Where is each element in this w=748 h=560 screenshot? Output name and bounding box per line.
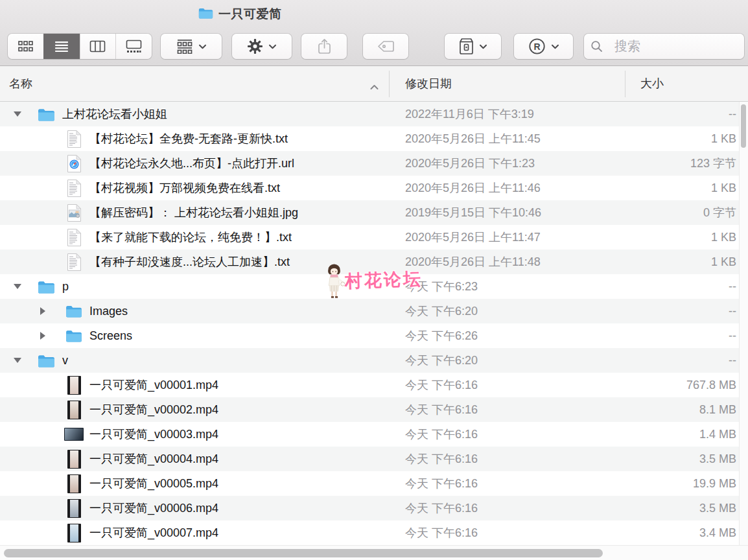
finder-window: 一只可爱简 — [0, 0, 748, 560]
file-date: 今天 下午6:16 — [405, 520, 478, 545]
text-file-icon — [64, 126, 84, 151]
file-row[interactable]: 一只可爱简_v00006.mp4今天 下午6:163.5 MB — [0, 496, 739, 520]
text-file-icon — [64, 225, 84, 250]
column-header-size[interactable]: 大小 — [640, 66, 664, 102]
file-date: 今天 下午6:16 — [405, 447, 478, 471]
horizontal-scrollbar-thumb[interactable] — [4, 549, 603, 557]
column-separator — [625, 71, 625, 97]
file-date: 2022年11月6日 下午3:19 — [405, 102, 534, 126]
tag-icon — [377, 40, 395, 53]
file-size: 3.4 MB — [699, 520, 736, 545]
file-row[interactable]: v今天 下午6:20-- — [0, 348, 739, 373]
file-name: 【村花论坛永久地...布页】-点此打开.url — [89, 151, 294, 176]
disclosure-down-icon[interactable] — [14, 111, 21, 117]
file-row[interactable]: 【村花论坛永久地...布页】-点此打开.url2020年5月26日 下午1:23… — [0, 151, 739, 176]
share-button[interactable] — [301, 34, 347, 59]
file-row[interactable]: Screens今天 下午6:26-- — [0, 323, 739, 348]
file-row[interactable]: 【解压密码】： 上村花论坛看小姐姐.jpg2019年5月15日 下午10:460… — [0, 200, 739, 225]
group-button[interactable] — [161, 34, 222, 59]
file-size: -- — [729, 323, 736, 348]
view-columns-button[interactable] — [80, 34, 116, 59]
file-row[interactable]: 一只可爱简_v00002.mp4今天 下午6:168.1 MB — [0, 397, 739, 422]
file-date: 今天 下午6:20 — [405, 299, 478, 323]
file-row[interactable]: 一只可爱简_v00003.mp4今天 下午6:161.4 MB — [0, 422, 739, 447]
file-row[interactable]: 【来了就能下载的论坛，纯免费！】.txt2020年5月26日 上午11:471 … — [0, 225, 739, 250]
grid-view-icon — [18, 40, 34, 53]
file-row[interactable]: 【村花论坛】全免费-无套路-更新快.txt2020年5月26日 上午11:451… — [0, 126, 739, 151]
disclosure-right-icon[interactable] — [40, 307, 45, 315]
list-view-icon — [54, 40, 69, 53]
view-switcher — [8, 34, 152, 59]
file-row[interactable]: 上村花论坛看小姐姐2022年11月6日 下午3:19-- — [0, 102, 739, 126]
horizontal-scrollbar-track[interactable] — [0, 545, 748, 560]
view-list-button[interactable] — [43, 34, 80, 59]
file-row[interactable]: 一只可爱简_v00001.mp4今天 下午6:16767.8 MB — [0, 373, 739, 397]
file-name: 一只可爱简_v00005.mp4 — [89, 471, 218, 496]
file-date: 今天 下午6:23 — [405, 274, 478, 299]
file-row[interactable]: 一只可爱简_v00007.mp4今天 下午6:163.4 MB — [0, 520, 739, 545]
action-button[interactable] — [232, 34, 292, 59]
file-row[interactable]: 一只可爱简_v00004.mp4今天 下午6:163.5 MB — [0, 447, 739, 471]
file-size: 1 KB — [711, 225, 736, 250]
window-title: 一只可爱简 — [218, 6, 282, 23]
folder-icon — [36, 274, 56, 299]
video-thumbnail — [64, 520, 84, 545]
file-date: 今天 下午6:26 — [405, 323, 478, 348]
file-date: 2020年5月26日 下午1:23 — [405, 151, 535, 176]
text-file-icon — [64, 176, 84, 200]
column-header-name[interactable]: 名称 — [9, 66, 32, 102]
text-file-icon — [64, 250, 84, 274]
file-size: 0 字节 — [703, 200, 736, 225]
file-name: p — [62, 274, 69, 299]
chevron-down-icon — [198, 44, 207, 49]
folder-icon — [64, 323, 84, 348]
window-title-group: 一只可爱简 — [198, 6, 282, 23]
disclosure-right-icon[interactable] — [40, 332, 45, 340]
search-input[interactable] — [613, 38, 732, 54]
view-gallery-button[interactable] — [115, 34, 152, 59]
archive-box-icon — [459, 38, 474, 55]
file-size: 767.8 MB — [686, 373, 736, 397]
search-field — [584, 34, 744, 59]
file-name: 【村花论坛】全免费-无套路-更新快.txt — [89, 126, 288, 151]
file-date: 今天 下午6:20 — [405, 348, 478, 373]
file-date: 今天 下午6:16 — [405, 397, 478, 422]
file-name: 一只可爱简_v00007.mp4 — [89, 520, 218, 545]
file-name: 一只可爱简_v00003.mp4 — [89, 422, 218, 447]
disclosure-down-icon[interactable] — [14, 284, 21, 289]
file-date: 今天 下午6:16 — [405, 471, 478, 496]
file-size: 1 KB — [711, 126, 736, 151]
file-row[interactable]: 一只可爱简_v00005.mp4今天 下午6:1619.9 MB — [0, 471, 739, 496]
unarchive-button[interactable] — [445, 34, 501, 59]
file-name: 上村花论坛看小姐姐 — [62, 102, 167, 126]
vertical-scrollbar-thumb[interactable] — [741, 104, 746, 148]
folder-icon — [64, 299, 84, 323]
file-name: 一只可爱简_v00002.mp4 — [89, 397, 218, 422]
vertical-scrollbar-track[interactable] — [739, 102, 748, 545]
file-size: 19.9 MB — [693, 471, 736, 496]
file-size: 1 KB — [711, 176, 736, 200]
file-size: 1 KB — [711, 250, 736, 274]
tag-button[interactable] — [363, 34, 408, 59]
column-header-date[interactable]: 修改日期 — [405, 66, 452, 102]
file-row[interactable]: 【村花视频】万部视频免费在线看.txt2020年5月26日 上午11:461 K… — [0, 176, 739, 200]
chevron-down-icon — [551, 44, 559, 49]
video-thumbnail — [64, 496, 84, 520]
file-row[interactable]: Images今天 下午6:20-- — [0, 299, 739, 323]
file-row[interactable]: 【有种子却没速度...论坛人工加速】.txt2020年5月26日 上午11:48… — [0, 250, 739, 274]
view-grid-button[interactable] — [8, 34, 43, 59]
file-date: 今天 下午6:16 — [405, 373, 478, 397]
file-size: -- — [729, 299, 736, 323]
disclosure-down-icon[interactable] — [14, 358, 21, 363]
registered-mark-icon: R — [528, 38, 546, 55]
registered-button[interactable]: R — [514, 34, 573, 59]
file-date: 2020年5月26日 上午11:45 — [405, 126, 541, 151]
file-name: 【村花视频】万部视频免费在线看.txt — [89, 176, 280, 200]
file-row[interactable]: p今天 下午6:23-- — [0, 274, 739, 299]
file-size: 1.4 MB — [699, 422, 736, 447]
chevron-down-icon — [268, 44, 277, 49]
file-name: v — [62, 348, 68, 373]
folder-icon — [36, 102, 56, 126]
video-thumbnail — [64, 373, 84, 397]
titlebar[interactable]: 一只可爱简 — [0, 0, 748, 27]
